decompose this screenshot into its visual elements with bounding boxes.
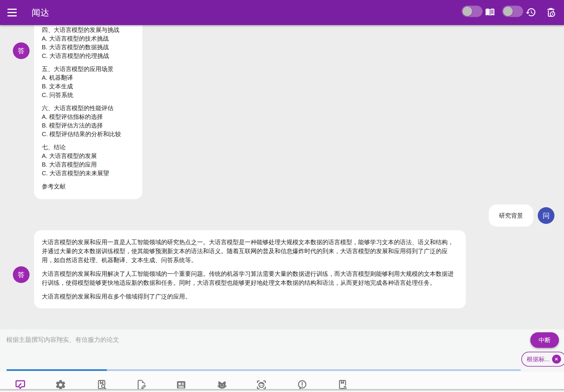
app-bar: 闻达 (0, 0, 564, 25)
wenda-app: 闻达 (0, 0, 564, 392)
user-avatar: 问 (538, 207, 554, 224)
book-open-icon[interactable] (485, 7, 495, 19)
answer-paragraph: 大语言模型的发展和应用一直是人工智能领域的研究热点之一。大语言模型是一种能够处理… (42, 238, 458, 265)
toggle-right[interactable] (502, 6, 523, 17)
toolbar-scrollbar[interactable] (0, 389, 564, 391)
generation-progress-fill (7, 369, 107, 371)
user-message: 研究背景 (489, 205, 533, 227)
history-icon[interactable] (526, 7, 536, 19)
toggle-thumb (463, 7, 472, 16)
outline-section: 五、大语言模型的应用场景 A. 机器翻译 B. 文本生成 C. 问答系统 (42, 65, 135, 99)
bottom-toolbar (0, 372, 564, 391)
answer-paragraph: 大语言模型的发展和应用在多个领域得到了广泛的应用。 (42, 292, 458, 301)
answer-paragraph: 大语言模型的发展和应用解决了人工智能领域的一个重要问题。传统的机器学习算法需要大… (42, 269, 458, 287)
prompt-input[interactable]: 根据主题撰写内容翔实、有信服力的论文 (6, 336, 119, 344)
toggle-left[interactable] (462, 6, 483, 17)
outline-section: 七、结论 A. 大语言模型的发展 B. 大语言模型的应用 C. 大语言模型的未来… (42, 143, 135, 178)
outline-section: 四、大语言模型的发展与挑战 A. 大语言模型的技术挑战 B. 大语言模型的数据挑… (42, 26, 135, 60)
interrupt-button[interactable]: 中断 (530, 332, 559, 348)
menu-icon[interactable] (7, 9, 17, 16)
outline-section: 参考文献 (42, 182, 135, 191)
outline-section: 六、大语言模型的性能评估 A. 模型评估指标的选择 B. 模型评估方法的选择 C… (42, 104, 135, 139)
assistant-outline-message: 四、大语言模型的发展与挑战 A. 大语言模型的技术挑战 B. 大语言模型的数据挑… (34, 12, 142, 199)
generation-progress-bar (7, 369, 521, 371)
assistant-avatar: 答 (13, 42, 30, 59)
app-title: 闻达 (32, 7, 49, 18)
preset-chip[interactable]: 根据标... × (521, 352, 564, 367)
assistant-text-message: 大语言模型的发展和应用一直是人工智能领域的研究热点之一。大语言模型是一种能够处理… (34, 230, 466, 308)
preset-chip-label: 根据标... (527, 355, 550, 363)
toggle-thumb (503, 7, 513, 16)
auto-delete-icon[interactable] (545, 7, 556, 19)
chip-close-icon[interactable]: × (552, 355, 561, 364)
assistant-avatar: 答 (13, 266, 30, 283)
